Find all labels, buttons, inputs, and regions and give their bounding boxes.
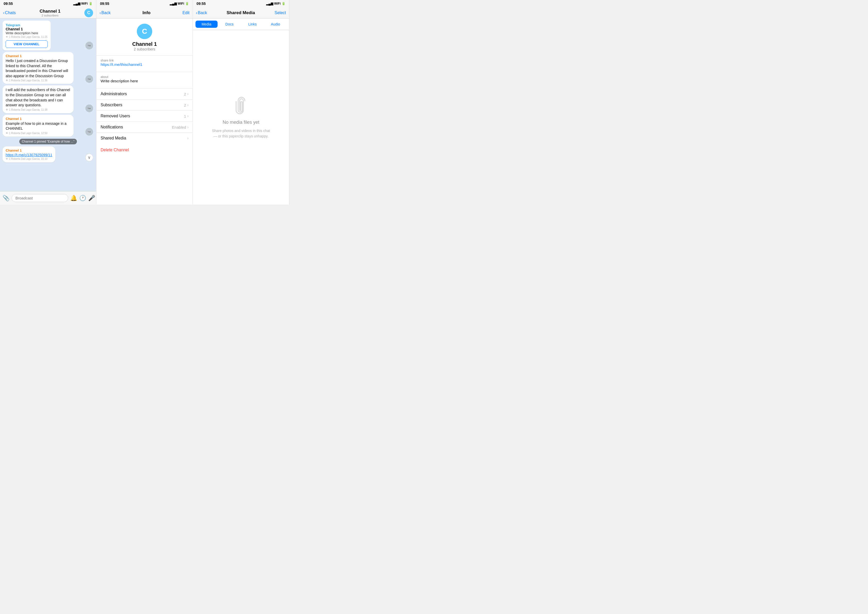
about-label: about — [101, 75, 189, 79]
shared-media-item[interactable]: Shared Media › — [96, 133, 193, 144]
input-bar: 📎 🔔 🕐 🎤 — [0, 191, 96, 205]
notification-bell-button[interactable]: 🔔 — [70, 195, 77, 202]
msg-link[interactable]: https://t.me/c/1307925099/11 — [6, 153, 52, 157]
wifi-icon-3: WiFi — [274, 2, 281, 5]
msg-wrapper-4: Channel 1 https://t.me/c/1307925099/11 👁… — [3, 146, 83, 162]
telegram-header-msg: Telegram Channel 1 Write description her… — [3, 20, 51, 50]
eye-icon-2: 👁 — [6, 108, 8, 111]
chevron-right-icon-4: › — [187, 125, 189, 129]
chat-nav-bar: ‹ Chats Channel 1 2 subscribers C — [0, 7, 96, 19]
notifications-label: Notifications — [101, 125, 123, 129]
msg-text-1: Hello I just created a Discussion Group … — [6, 58, 70, 78]
msg-channel-name: Channel 1 — [6, 27, 48, 31]
forward-btn-1[interactable]: ↪ — [85, 75, 93, 83]
info-avatar: C — [137, 24, 152, 39]
channel-avatar-nav[interactable]: C — [84, 8, 93, 17]
subscribers-item[interactable]: Subscribers 2 › — [96, 99, 193, 110]
select-button[interactable]: Select — [275, 11, 286, 15]
subscribers-value: 2 › — [184, 103, 189, 107]
tab-audio[interactable]: Audio — [265, 20, 287, 28]
shared-media-value: › — [187, 136, 189, 140]
attachment-button[interactable]: 📎 — [3, 195, 9, 202]
msg-meta-3: 👁 1 Roberta Dal Lago Garcia, 12:50 — [6, 132, 70, 135]
media-empty-desc: Share photos and videos in this chat— or… — [212, 128, 270, 139]
chevron-right-icon-3: › — [187, 114, 189, 118]
chat-title: Channel 1 — [40, 9, 60, 14]
view-channel-button[interactable]: VIEW CHANNEL — [6, 40, 48, 48]
battery-icon-2: 🔋 — [185, 2, 189, 5]
msg-meta-2: 👁 1 Roberta Dal Lago Garcia, 11:38 — [6, 108, 70, 111]
signal-icon: ▂▄▆ — [73, 2, 80, 5]
removed-users-label: Removed Users — [101, 114, 130, 118]
time-1: 09:55 — [4, 2, 13, 6]
status-icons-2: ▂▄▆ WiFi 🔋 — [170, 2, 189, 5]
wifi-icon: WiFi — [81, 2, 88, 5]
msg-meta-0: 👁 1 Roberta Dal Lago Garcia, 11:26 — [6, 36, 48, 38]
scroll-down-button[interactable]: ∨ — [85, 154, 93, 161]
delete-section: Delete Channel — [96, 144, 193, 157]
msg-meta-1: 👁 1 Roberta Dal Lago Garcia, 11:36 — [6, 79, 70, 82]
status-icons-1: ▂▄▆ WiFi 🔋 — [73, 2, 93, 5]
signal-icon-2: ▂▄▆ — [170, 2, 177, 5]
share-link-value[interactable]: https://t.me/thischannel1 — [101, 62, 189, 67]
mic-button[interactable]: 🎤 — [88, 195, 95, 202]
administrators-item[interactable]: Administrators 2 › — [96, 89, 193, 99]
forward-btn-0[interactable]: ↪ — [85, 42, 93, 50]
battery-icon: 🔋 — [89, 2, 93, 5]
media-empty-state: No media files yet Share photos and vide… — [193, 30, 289, 205]
removed-users-item[interactable]: Removed Users 1 › — [96, 110, 193, 122]
status-bar-1: 09:55 ▂▄▆ WiFi 🔋 — [0, 0, 96, 7]
back-to-chats[interactable]: ‹ Chats — [3, 11, 16, 15]
info-channel-header: C Channel 1 2 subscribers — [96, 19, 193, 56]
chat-msg-4: Channel 1 https://t.me/c/1307925099/11 👁… — [3, 146, 55, 162]
paperclip-icon — [231, 96, 251, 117]
timer-button[interactable]: 🕐 — [79, 195, 86, 202]
msg-wrapper-2: I will add the subscribers of this Chann… — [3, 85, 83, 113]
tab-docs[interactable]: Docs — [219, 20, 241, 28]
eye-icon: 👁 — [6, 36, 8, 38]
chevron-left-icon: ‹ — [3, 11, 5, 15]
msg-text-3: Example of how to pin a message in a CHA… — [6, 121, 70, 131]
nav-title-block: Channel 1 2 subscribers — [40, 9, 60, 17]
chat-msg-3: Channel 1 Example of how to pin a messag… — [3, 115, 74, 137]
status-icons-3: ▂▄▆ WiFi 🔋 — [266, 2, 285, 5]
time-3: 09:55 — [197, 2, 206, 6]
info-nav-bar: ‹ Back Info Edit — [96, 7, 193, 19]
broadcast-input[interactable] — [12, 194, 68, 202]
info-back-button[interactable]: ‹ Back — [99, 11, 111, 15]
msg-meta-4: 👁 1 Roberta Dal Lago Garcia, 15:10 — [6, 157, 52, 160]
share-link-label: share link — [101, 59, 189, 62]
administrators-value: 2 › — [184, 92, 189, 96]
media-back-button[interactable]: ‹ Back — [196, 11, 207, 15]
chat-msg-1: Channel 1 Hello I just created a Discuss… — [3, 52, 74, 84]
battery-icon-3: 🔋 — [282, 2, 285, 5]
msg-sender-1: Channel 1 — [6, 54, 70, 58]
notifications-item[interactable]: Notifications Enabled › — [96, 122, 193, 133]
media-tabs: Media Docs Links Audio — [193, 19, 289, 30]
eye-icon-4: 👁 — [6, 157, 8, 160]
edit-button[interactable]: Edit — [182, 11, 189, 15]
chat-messages: Telegram Channel 1 Write description her… — [0, 19, 96, 191]
telegram-label: Telegram — [6, 23, 48, 27]
msg-wrapper-3: Channel 1 Example of how to pin a messag… — [3, 115, 83, 137]
forward-btn-3[interactable]: ↪ — [85, 128, 93, 135]
info-link-section: share link https://t.me/thischannel1 — [96, 56, 193, 72]
chevron-right-icon-5: › — [187, 136, 189, 140]
tab-media[interactable]: Media — [195, 20, 218, 28]
chat-panel: 09:55 ▂▄▆ WiFi 🔋 ‹ Chats Channel 1 2 sub… — [0, 0, 96, 205]
info-panel: 09:55 ▂▄▆ WiFi 🔋 ‹ Back Info Edit C Chan… — [96, 0, 193, 205]
delete-channel-button[interactable]: Delete Channel — [101, 148, 129, 152]
forward-btn-2[interactable]: ↪ — [85, 104, 93, 112]
chevron-right-icon: › — [187, 92, 189, 96]
subscribers-label: Subscribers — [101, 103, 122, 107]
msg-sender-3: Channel 1 — [6, 117, 70, 121]
chevron-left-icon-3: ‹ — [196, 11, 197, 15]
tab-links[interactable]: Links — [242, 20, 264, 28]
chevron-left-icon-2: ‹ — [99, 11, 101, 15]
shared-media-label: Shared Media — [101, 136, 126, 140]
msg-sender-4: Channel 1 — [6, 148, 52, 152]
media-title: Shared Media — [226, 10, 255, 16]
wifi-icon-2: WiFi — [178, 2, 184, 5]
info-about-section: about Write description here — [96, 72, 193, 89]
removed-users-value: 1 › — [184, 114, 189, 118]
